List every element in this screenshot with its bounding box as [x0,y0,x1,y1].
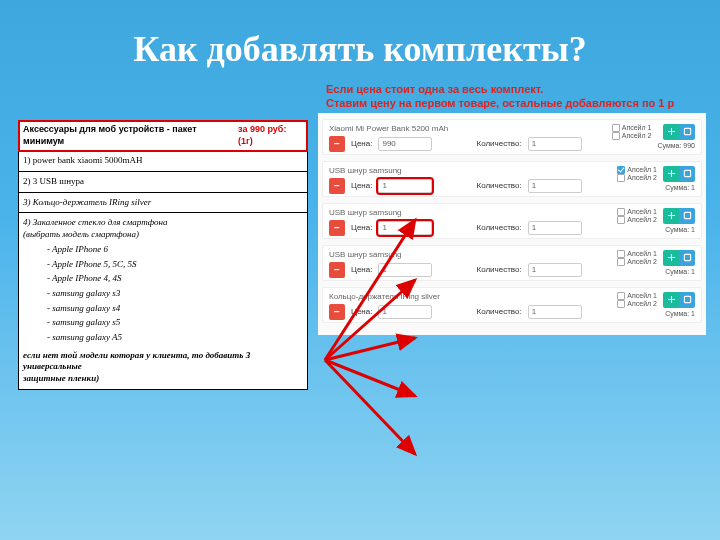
instruction-note: Если цена стоит одна за весь комплект. С… [318,78,706,113]
doc-row-4-head: 4) Закаленное стекло для смартфона [23,217,303,229]
doc-row-2: 2) 3 USB шнура [19,172,307,193]
order-row: Xiaomi Mi Power Bank 5200 mAh − Цена: 99… [322,119,702,155]
price-label: Цена: [351,139,372,148]
upsell-2-checkbox[interactable]: Апсейл 2 [617,174,657,182]
action-button-2[interactable] [679,292,695,308]
svg-rect-4 [684,296,690,302]
row-sum: Сумма: 1 [665,184,695,191]
action-button-2[interactable] [679,208,695,224]
doc-heading: Аксессуары для моб устройств - пакет мин… [23,124,238,147]
svg-rect-3 [684,254,690,260]
qty-input[interactable]: 1 [528,305,582,319]
upsell-1-checkbox[interactable]: Апсейл 1 [617,208,657,216]
doc-footer-2: защитные пленки) [23,373,303,385]
action-button-1[interactable] [663,124,679,140]
action-button-1[interactable] [663,250,679,266]
qty-label: Количество: [476,265,521,274]
action-button-2[interactable] [679,166,695,182]
upsell-2-checkbox[interactable]: Апсейл 2 [617,258,657,266]
upsell-1-checkbox[interactable]: Апсейл 1 [617,166,657,174]
price-label: Цена: [351,307,372,316]
row-sum: Сумма: 1 [665,268,695,275]
price-input[interactable]: 1 [378,263,432,277]
remove-button[interactable]: − [329,136,345,152]
upsell-1-checkbox[interactable]: Апсейл 1 [612,124,652,132]
doc-row-1: 1) power bank xiaomi 5000mAH [19,151,307,172]
price-label: Цена: [351,181,372,190]
price-input[interactable]: 1 [378,305,432,319]
instruction-line-1: Если цена стоит одна за весь комплект. [326,82,698,96]
order-items-panel: Xiaomi Mi Power Bank 5200 mAh − Цена: 99… [318,113,706,335]
doc-row-4: 4) Закаленное стекло для смартфона (выбр… [19,213,307,388]
row-sum: Сумма: 1 [665,226,695,233]
remove-button[interactable]: − [329,220,345,236]
svg-rect-0 [684,128,690,134]
qty-input[interactable]: 1 [528,137,582,151]
qty-label: Количество: [476,223,521,232]
price-label: Цена: [351,265,372,274]
doc-model-item: - samsung galaxy s4 [47,303,303,315]
action-button-2[interactable] [679,124,695,140]
qty-label: Количество: [476,139,521,148]
upsell-2-checkbox[interactable]: Апсейл 2 [617,216,657,224]
doc-footer-1: если нет той модели которая у клиента, т… [23,350,303,373]
order-row: USB шнур samsung − Цена: 1 Количество: 1… [322,245,702,281]
remove-button[interactable]: − [329,178,345,194]
price-input[interactable]: 1 [378,221,432,235]
svg-rect-1 [684,170,690,176]
order-row: USB шнур samsung − Цена: 1 Количество: 1… [322,161,702,197]
doc-model-item: - samsung galaxy s3 [47,288,303,300]
doc-model-item: - Apple IPhone 5, 5C, 5S [47,259,303,271]
remove-button[interactable]: − [329,304,345,320]
doc-model-list: - Apple IPhone 6- Apple IPhone 5, 5C, 5S… [23,244,303,344]
action-button-2[interactable] [679,250,695,266]
price-label: Цена: [351,223,372,232]
doc-model-item: - samsung galaxy A5 [47,332,303,344]
qty-input[interactable]: 1 [528,221,582,235]
upsell-2-checkbox[interactable]: Апсейл 2 [617,300,657,308]
remove-button[interactable]: − [329,262,345,278]
doc-heading-price: за 990 руб: (1г) [238,124,303,147]
action-button-1[interactable] [663,208,679,224]
doc-model-item: - Apple IPhone 4, 4S [47,273,303,285]
price-input[interactable]: 990 [378,137,432,151]
doc-model-item: - Apple IPhone 6 [47,244,303,256]
row-sum: Сумма: 990 [657,142,695,149]
action-button-1[interactable] [663,166,679,182]
qty-label: Количество: [476,307,521,316]
svg-rect-2 [684,212,690,218]
action-button-1[interactable] [663,292,679,308]
left-doc-panel: Аксессуары для моб устройств - пакет мин… [18,120,308,390]
qty-label: Количество: [476,181,521,190]
slide-title: Как добавлять комплекты? [0,0,720,78]
price-input[interactable]: 1 [378,179,432,193]
qty-input[interactable]: 1 [528,263,582,277]
order-row: USB шнур samsung − Цена: 1 Количество: 1… [322,203,702,239]
order-row: Кольцо-держатель IRing silver − Цена: 1 … [322,287,702,323]
doc-row-4-sub: (выбрать модель смартфона) [23,229,303,241]
doc-model-item: - samsung galaxy s5 [47,317,303,329]
upsell-1-checkbox[interactable]: Апсейл 1 [617,292,657,300]
upsell-1-checkbox[interactable]: Апсейл 1 [617,250,657,258]
instruction-line-2: Ставим цену на первом товаре, остальные … [326,96,698,110]
qty-input[interactable]: 1 [528,179,582,193]
upsell-2-checkbox[interactable]: Апсейл 2 [612,132,652,140]
row-sum: Сумма: 1 [665,310,695,317]
doc-row-3: 3) Кольцо-держатель IRing silver [19,193,307,214]
